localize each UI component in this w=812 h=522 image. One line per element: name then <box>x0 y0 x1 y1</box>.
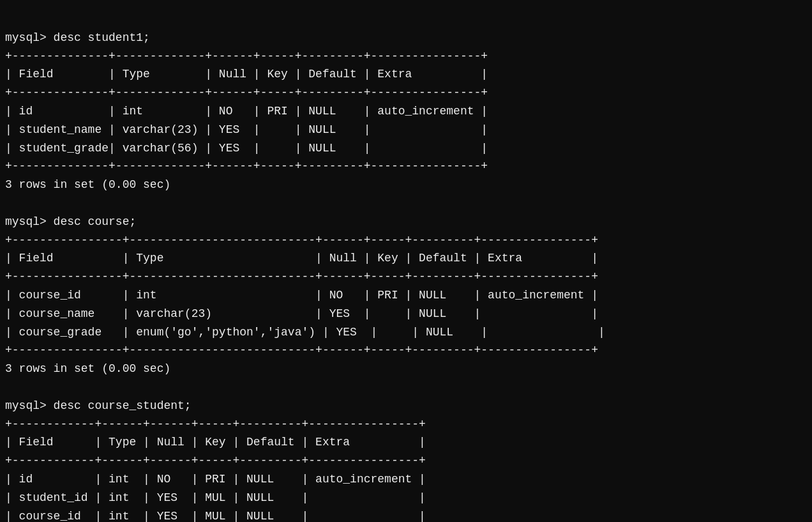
terminal-output: mysql> desc student1;+--------------+---… <box>5 10 807 522</box>
terminal-line: +--------------+-------------+------+---… <box>5 157 807 176</box>
terminal-line: | Field | Type | Null | Key | Default | … <box>5 433 807 452</box>
terminal-line: +------------+------+------+-----+------… <box>5 452 807 470</box>
terminal-line: | student_grade| varchar(56) | YES | | N… <box>5 139 807 158</box>
terminal-line: +--------------+-------------+------+---… <box>5 47 807 66</box>
terminal-line: 3 rows in set (0.00 sec) <box>5 360 807 378</box>
terminal-line: +------------+------+------+-----+------… <box>5 415 807 434</box>
terminal-line <box>5 194 807 213</box>
terminal-line: mysql> desc course; <box>5 213 807 231</box>
terminal-line: | course_name | varchar(23) | YES | | NU… <box>5 305 807 323</box>
terminal-line <box>5 378 807 397</box>
terminal-line: | student_id | int | YES | MUL | NULL | … <box>5 489 807 507</box>
terminal-line: +--------------+-------------+------+---… <box>5 84 807 102</box>
terminal-line: +----------------+----------------------… <box>5 341 807 360</box>
terminal-line: mysql> desc course_student; <box>5 397 807 415</box>
terminal-line: mysql> desc student1; <box>5 29 807 47</box>
terminal-line: | Field | Type | Null | Key | Default | … <box>5 65 807 84</box>
terminal-line: | student_name | varchar(23) | YES | | N… <box>5 121 807 139</box>
terminal-line: | course_grade | enum('go','python','jav… <box>5 323 807 342</box>
terminal-line: | course_id | int | YES | MUL | NULL | | <box>5 507 807 522</box>
terminal-line: | Field | Type | Null | Key | Default | … <box>5 249 807 268</box>
terminal-line: 3 rows in set (0.00 sec) <box>5 176 807 194</box>
terminal-line: | course_id | int | NO | PRI | NULL | au… <box>5 286 807 305</box>
terminal-line: +----------------+----------------------… <box>5 231 807 250</box>
terminal-line: +----------------+----------------------… <box>5 268 807 286</box>
terminal-line: | id | int | NO | PRI | NULL | auto_incr… <box>5 470 807 489</box>
terminal-line: | id | int | NO | PRI | NULL | auto_incr… <box>5 102 807 121</box>
